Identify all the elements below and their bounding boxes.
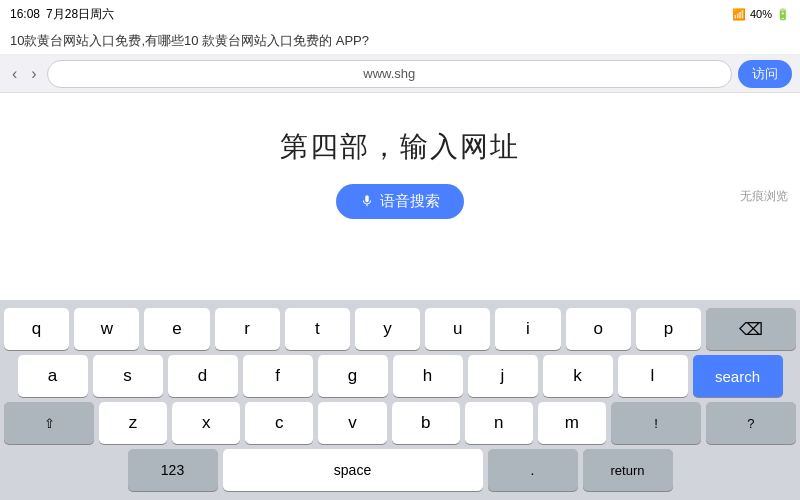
page-title: 第四部，输入网址 — [280, 128, 520, 166]
keyboard: q w e r t y u i o p ⌫ a s d f g h j k l … — [0, 300, 800, 500]
forward-button[interactable]: › — [27, 63, 40, 85]
question-button[interactable]: ? — [706, 402, 796, 444]
key-m[interactable]: m — [538, 402, 606, 444]
key-y[interactable]: y — [355, 308, 420, 350]
visit-button[interactable]: 访问 — [738, 60, 792, 88]
address-bar-area: ‹ › 访问 — [0, 55, 800, 93]
key-i[interactable]: i — [495, 308, 560, 350]
keyboard-row-1: q w e r t y u i o p ⌫ — [4, 308, 796, 350]
question-bar: 10款黄台网站入口免费,有哪些10 款黄台网站入口免费的 APP? — [0, 28, 800, 55]
key-u[interactable]: u — [425, 308, 490, 350]
status-date: 7月28日周六 — [46, 6, 114, 23]
key-w[interactable]: w — [74, 308, 139, 350]
key-r[interactable]: r — [215, 308, 280, 350]
question-text: 10款黄台网站入口免费,有哪些10 款黄台网站入口免费的 APP? — [10, 33, 369, 48]
num-switch-button[interactable]: 123 — [128, 449, 218, 491]
private-label: 无痕浏览 — [740, 188, 788, 205]
status-right: 📶 40% 🔋 — [732, 8, 790, 21]
status-time: 16:08 — [10, 7, 40, 21]
mic-icon — [360, 194, 374, 208]
key-b[interactable]: b — [392, 402, 460, 444]
backspace-button[interactable]: ⌫ — [706, 308, 796, 350]
key-o[interactable]: o — [566, 308, 631, 350]
key-k[interactable]: k — [543, 355, 613, 397]
key-e[interactable]: e — [144, 308, 209, 350]
keyboard-row-4: 123 space . return — [4, 449, 796, 491]
url-input[interactable] — [47, 60, 732, 88]
key-h[interactable]: h — [393, 355, 463, 397]
key-n[interactable]: n — [465, 402, 533, 444]
key-j[interactable]: j — [468, 355, 538, 397]
key-v[interactable]: v — [318, 402, 386, 444]
keyboard-row-2: a s d f g h j k l search — [4, 355, 796, 397]
return-button[interactable]: return — [583, 449, 673, 491]
shift-button[interactable]: ⇧ — [4, 402, 94, 444]
status-left: 16:08 7月28日周六 — [10, 6, 114, 23]
battery-label: 40% — [750, 8, 772, 20]
key-z[interactable]: z — [99, 402, 167, 444]
search-button[interactable]: search — [693, 355, 783, 397]
keyboard-row-3: ⇧ z x c v b n m ! ? — [4, 402, 796, 444]
back-button[interactable]: ‹ — [8, 63, 21, 85]
status-bar: 16:08 7月28日周六 📶 40% 🔋 — [0, 0, 800, 28]
key-l[interactable]: l — [618, 355, 688, 397]
voice-search-label: 语音搜索 — [380, 192, 440, 211]
key-s[interactable]: s — [93, 355, 163, 397]
key-f[interactable]: f — [243, 355, 313, 397]
space-button[interactable]: space — [223, 449, 483, 491]
key-c[interactable]: c — [245, 402, 313, 444]
key-t[interactable]: t — [285, 308, 350, 350]
key-x[interactable]: x — [172, 402, 240, 444]
battery-icon: 🔋 — [776, 8, 790, 21]
key-g[interactable]: g — [318, 355, 388, 397]
exclaim-button[interactable]: ! — [611, 402, 701, 444]
key-p[interactable]: p — [636, 308, 701, 350]
key-d[interactable]: d — [168, 355, 238, 397]
signal-icon: 📶 — [732, 8, 746, 21]
main-content: 第四部，输入网址 语音搜索 — [0, 93, 800, 253]
period-button[interactable]: . — [488, 449, 578, 491]
key-a[interactable]: a — [18, 355, 88, 397]
voice-search-button[interactable]: 语音搜索 — [336, 184, 464, 219]
key-q[interactable]: q — [4, 308, 69, 350]
